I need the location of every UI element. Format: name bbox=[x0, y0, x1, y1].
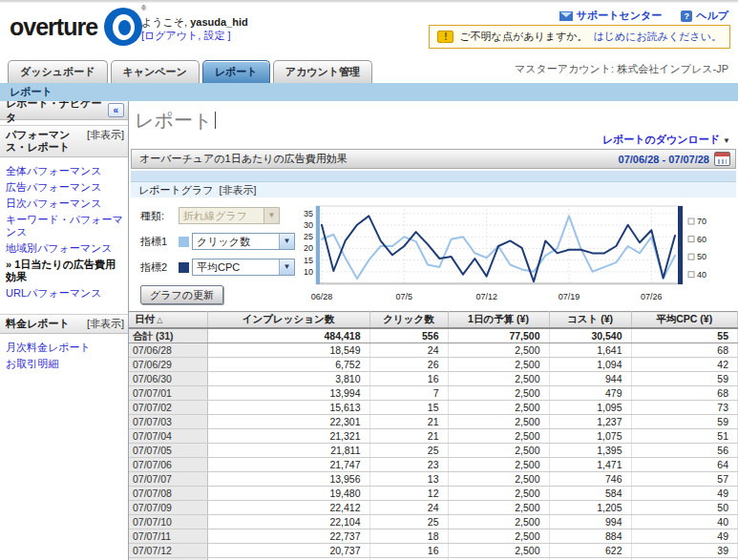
svg-text:40: 40 bbox=[697, 270, 706, 280]
tab-campaigns[interactable]: キャンペーン bbox=[111, 60, 200, 83]
sidebar-section-header: パフォーマンス・レポート [非表示] bbox=[0, 125, 128, 157]
help-icon: ? bbox=[681, 10, 692, 22]
table-row: 07/07/08 19,48012 2,500584 49 bbox=[129, 486, 738, 500]
column-header-1[interactable]: インプレッション数 bbox=[207, 312, 369, 328]
date-range: 07/06/28 - 07/07/28 bbox=[619, 154, 709, 165]
report-chart: 35302520151006/2807/507/1207/1907/267060… bbox=[295, 203, 732, 302]
table-row: 07/07/04 21,32121 2,5001,075 51 bbox=[129, 428, 738, 443]
table-row: 07/07/01 13,9947 2,500479 68 bbox=[129, 385, 738, 400]
sidebar-section-title: パフォーマンス・レポート bbox=[6, 129, 85, 154]
notice-bubble-icon: ! bbox=[437, 31, 453, 43]
sort-asc-icon: △ bbox=[155, 316, 162, 324]
svg-text:60: 60 bbox=[697, 235, 706, 244]
logo-text: overture bbox=[10, 13, 97, 41]
column-header-3[interactable]: 1日の予算 (¥) bbox=[448, 312, 549, 328]
table-row: 07/07/03 22,30121 2,5001,237 59 bbox=[129, 414, 738, 428]
notice-question: ご不明な点がありますか。 bbox=[459, 30, 587, 44]
table-row: 07/06/28 18,54924 2,5001,641 68 bbox=[129, 342, 738, 357]
download-row: レポートのダウンロード ▼ bbox=[129, 132, 738, 149]
report-table-header-row: 日付 △インプレッション数クリック数1日の予算 (¥)コスト (¥)平均CPC … bbox=[129, 312, 738, 328]
sidebar-item-daily-ad-cost-effect[interactable]: » 1日当たりの広告費用効果 bbox=[6, 257, 126, 285]
main-content: レポート レポートのダウンロード ▼ オーバーチュアの1日あたりの広告費用効果 … bbox=[129, 101, 738, 560]
collapse-sidebar-button[interactable]: « bbox=[108, 103, 124, 117]
greeting: ようこそ, yasuda_hid [ログアウト, 設定 ] bbox=[141, 15, 248, 42]
table-row: 合計 (31) 484,418556 77,50030,540 55 bbox=[129, 328, 738, 343]
metric1-select[interactable]: クリック数 ▼ bbox=[192, 233, 295, 250]
tab-dashboard[interactable]: ダッシュボード bbox=[8, 60, 108, 83]
svg-text:30: 30 bbox=[304, 220, 313, 230]
svg-text:07/5: 07/5 bbox=[396, 292, 413, 301]
chart-controls: 種類: 折れ線グラフ ▼ 指標1 クリック数 ▼ bbox=[140, 203, 295, 304]
table-row: 07/07/07 13,95613 2,500746 57 bbox=[129, 471, 738, 486]
report-table: 日付 △インプレッション数クリック数1日の予算 (¥)コスト (¥)平均CPC … bbox=[129, 311, 738, 560]
section-divider-strip bbox=[131, 171, 736, 181]
svg-text:35: 35 bbox=[304, 209, 313, 218]
tab-bar: ダッシュボードキャンペーンレポートアカウント管理 マスターアカウント: 株式会社… bbox=[0, 52, 738, 83]
text-cursor bbox=[215, 112, 216, 129]
header: overture ® ようこそ, yasuda_hid [ログアウト, 設定 ]… bbox=[0, 3, 738, 52]
support-center-link[interactable]: サポートセンター bbox=[559, 9, 663, 23]
table-row: 07/07/10 22,10425 2,500994 40 bbox=[129, 514, 738, 529]
sidebar-item-monthly-billing-report[interactable]: 月次料金レポート bbox=[6, 340, 126, 356]
svg-text:07/19: 07/19 bbox=[559, 292, 580, 301]
sidebar-header: レポート・ナビゲータ « bbox=[0, 101, 128, 120]
master-account-label: マスターアカウント: 株式会社インプレス-JP bbox=[515, 62, 728, 76]
sidebar-item-keyword-performance[interactable]: キーワード・パフォーマンス bbox=[6, 212, 126, 240]
tab-reports[interactable]: レポート bbox=[202, 60, 270, 83]
metric1-color-swatch bbox=[179, 237, 189, 247]
svg-text:06/28: 06/28 bbox=[311, 292, 333, 301]
sidebar-item-transaction-details[interactable]: お取引明細 bbox=[6, 356, 126, 372]
chart-area: 35302520151006/2807/507/1207/1907/267060… bbox=[295, 203, 734, 304]
sidebar-item-ad-performance[interactable]: 広告パフォーマンス bbox=[6, 179, 126, 196]
column-header-2[interactable]: クリック数 bbox=[369, 312, 448, 328]
help-link[interactable]: ? ヘルプ bbox=[681, 9, 728, 23]
report-title-bar: オーバーチュアの1日あたりの広告費用効果 07/06/28 - 07/07/28 bbox=[131, 149, 736, 169]
graph-section-header: レポートグラフ [非表示] bbox=[131, 181, 736, 197]
chevron-down-icon: ▼ bbox=[279, 259, 294, 275]
sidebar-sections: パフォーマンス・レポート [非表示] 全体パフォーマンス広告パフォーマンス日次パ… bbox=[0, 125, 128, 380]
update-graph-button[interactable]: グラフの更新 bbox=[140, 285, 223, 304]
sidebar-item-regional-performance[interactable]: 地域別パフォーマンス bbox=[6, 240, 126, 257]
chevron-down-icon: ▼ bbox=[264, 208, 279, 223]
metric1-label: 指標1 bbox=[140, 235, 179, 249]
svg-text:10: 10 bbox=[304, 267, 313, 277]
username: yasuda_hid bbox=[190, 16, 248, 28]
sidebar-item-daily-performance[interactable]: 日次パフォーマンス bbox=[6, 196, 126, 212]
registered-mark: ® bbox=[141, 5, 146, 11]
sidebar-item-overall-performance[interactable]: 全体パフォーマンス bbox=[6, 163, 126, 179]
tab-account-management[interactable]: アカウント管理 bbox=[273, 60, 372, 83]
column-header-5[interactable]: 平均CPC (¥) bbox=[631, 312, 738, 328]
chart-type-select[interactable]: 折れ線グラフ ▼ bbox=[179, 207, 280, 224]
logo-circle-icon: ® bbox=[104, 8, 142, 46]
sidebar-section-hide-toggle[interactable]: [非表示] bbox=[87, 318, 124, 330]
report-navigator-sidebar: レポート・ナビゲータ « パフォーマンス・レポート [非表示] 全体パフォーマン… bbox=[0, 101, 129, 560]
logout-settings-links[interactable]: [ログアウト, 設定 ] bbox=[141, 29, 248, 42]
column-header-0[interactable]: 日付 △ bbox=[129, 312, 207, 328]
tab-strip: ダッシュボードキャンペーンレポートアカウント管理 bbox=[8, 60, 375, 83]
chevron-down-icon: ▼ bbox=[279, 234, 294, 249]
sidebar-title: レポート・ナビゲータ bbox=[6, 101, 108, 125]
graph-hide-toggle[interactable]: [非表示] bbox=[220, 183, 257, 197]
page: overture ® ようこそ, yasuda_hid [ログアウト, 設定 ]… bbox=[0, 0, 738, 560]
sidebar-section-hide-toggle[interactable]: [非表示] bbox=[87, 129, 124, 154]
svg-text:25: 25 bbox=[304, 232, 313, 241]
svg-text:15: 15 bbox=[304, 256, 313, 265]
metric2-color-swatch bbox=[179, 262, 189, 273]
graph-section-title: レポートグラフ bbox=[138, 183, 214, 197]
report-table-body: 合計 (31) 484,418556 77,50030,540 55 07/06… bbox=[129, 328, 738, 560]
sidebar-item-url-performance[interactable]: URLパフォーマンス bbox=[6, 285, 126, 301]
download-report-link[interactable]: レポートのダウンロード bbox=[602, 134, 720, 145]
sidebar-link-list: 全体パフォーマンス広告パフォーマンス日次パフォーマンスキーワード・パフォーマンス… bbox=[0, 157, 128, 309]
notice-readme-link[interactable]: はじめにお読みください。 bbox=[593, 30, 722, 44]
mail-icon bbox=[559, 11, 573, 21]
metric2-select[interactable]: 平均CPC ▼ bbox=[192, 259, 295, 276]
page-title: レポート bbox=[129, 101, 738, 132]
calendar-icon[interactable] bbox=[714, 152, 730, 166]
column-header-4[interactable]: コスト (¥) bbox=[549, 312, 631, 328]
svg-text:50: 50 bbox=[697, 252, 706, 261]
report-title: オーバーチュアの1日あたりの広告費用効果 bbox=[139, 152, 619, 166]
table-row: 07/07/05 21,81125 2,5001,395 56 bbox=[129, 443, 738, 457]
subnav-bar: レポート bbox=[0, 83, 738, 101]
svg-text:07/26: 07/26 bbox=[641, 292, 663, 301]
table-row: 07/06/30 3,81016 2,500944 59 bbox=[129, 371, 738, 385]
